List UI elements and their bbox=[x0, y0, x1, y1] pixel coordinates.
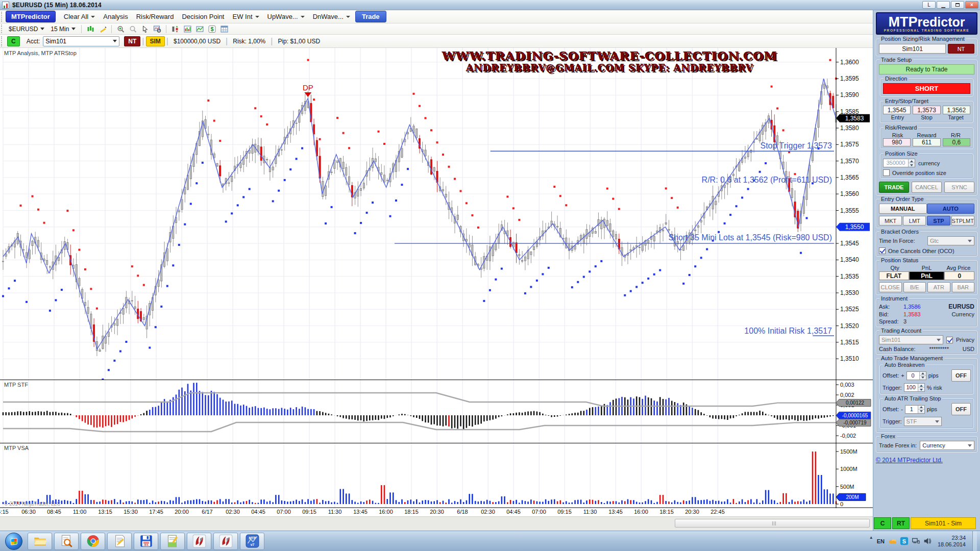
order-type-stplmt[interactable]: STPLMT bbox=[951, 216, 974, 226]
be-trigger-label: Trigger: bbox=[883, 385, 902, 391]
atr-button[interactable]: ATR bbox=[927, 282, 950, 292]
be-trigger-stepper[interactable]: 100 bbox=[904, 383, 925, 392]
taskbar-chrome-icon[interactable] bbox=[81, 533, 105, 550]
toolbar-grip[interactable] bbox=[1, 12, 4, 22]
cursor-icon[interactable] bbox=[140, 24, 150, 34]
trading-account-dropdown[interactable]: Sim101 bbox=[879, 335, 943, 344]
manual-toggle[interactable]: MANUAL bbox=[879, 204, 927, 214]
chart-toolbar: $EURUSD 15 Min $ bbox=[0, 23, 873, 35]
taskbar-backup-icon[interactable]: -64- bbox=[134, 533, 158, 550]
menu-item-decision-point[interactable]: Decision Point bbox=[178, 11, 228, 22]
chart-annotation: R/R: 0,6 at 1,3562 (Profit=611 USD) bbox=[702, 176, 832, 184]
data-grid-icon[interactable] bbox=[219, 24, 229, 34]
start-button[interactable] bbox=[5, 533, 22, 550]
chart-area[interactable]: MTP Analysis, MTP ATRStop WWW.TRADING-SO… bbox=[0, 48, 873, 516]
be-off-button[interactable]: OFF bbox=[951, 369, 971, 382]
atr-trigger-dropdown[interactable]: STF bbox=[904, 417, 942, 426]
maximize-button[interactable] bbox=[951, 1, 964, 9]
stf-panel[interactable]: 0,0030,0020,001-0,001-0,0020,00122-0,000… bbox=[0, 380, 873, 443]
taskbar-ninjatrader-icon[interactable] bbox=[187, 533, 211, 550]
rr-label: R/R bbox=[941, 132, 970, 138]
menu-item-upwave[interactable]: UpWave... bbox=[263, 11, 309, 22]
order-type-lmt[interactable]: LMT bbox=[903, 216, 926, 226]
mtpredictor-menu-button[interactable]: MTPredictor bbox=[6, 11, 56, 22]
horizontal-scrollbar[interactable] bbox=[675, 519, 870, 528]
tray-skype-icon[interactable]: S bbox=[900, 537, 909, 546]
chart-trader-icon[interactable] bbox=[170, 24, 180, 34]
account-dollar-icon[interactable]: $ bbox=[207, 24, 217, 34]
nt-badge[interactable]: NT bbox=[948, 44, 974, 54]
bar-button[interactable]: BAR bbox=[952, 282, 975, 292]
trade-forex-dropdown[interactable]: Currency bbox=[920, 441, 974, 450]
target-field[interactable]: 1,3562 bbox=[943, 106, 970, 114]
tray-expand-icon[interactable]: ▲ bbox=[869, 535, 873, 540]
symbol-selector[interactable]: $EURUSD bbox=[6, 25, 47, 33]
atr-offset-stepper[interactable]: 1 bbox=[905, 405, 925, 414]
window-link-button[interactable]: L bbox=[922, 1, 936, 9]
menu-item-clear-all[interactable]: Clear All bbox=[60, 11, 99, 22]
sync-button[interactable]: SYNC bbox=[944, 182, 974, 193]
account-dropdown[interactable]: Sim101 bbox=[43, 36, 119, 46]
zoom-in-icon[interactable] bbox=[115, 24, 126, 34]
taskbar-notes-icon[interactable] bbox=[160, 533, 185, 550]
chart-snapshot-icon[interactable] bbox=[194, 24, 205, 34]
be-offset-stepper[interactable]: 0 bbox=[906, 371, 926, 380]
sim-button[interactable]: SIM bbox=[146, 36, 165, 46]
toolbar-grip[interactable] bbox=[1, 36, 4, 46]
close-button[interactable]: × bbox=[965, 1, 978, 9]
language-indicator[interactable]: EN bbox=[877, 538, 885, 544]
taskbar-explorer-icon[interactable] bbox=[28, 533, 52, 550]
trade-forex-label: Trade Forex in: bbox=[879, 442, 917, 448]
menu-item-dnwave[interactable]: DnWave... bbox=[309, 11, 354, 22]
chart-zoom-icon[interactable] bbox=[152, 24, 162, 34]
chart-style-icon[interactable] bbox=[85, 24, 95, 34]
tray-network-icon[interactable] bbox=[912, 537, 920, 546]
privacy-checkbox[interactable] bbox=[946, 337, 953, 343]
trade-menu-button[interactable]: Trade bbox=[355, 11, 386, 22]
mtpredictor-copyright-link[interactable]: © 2014 MTPredictor Ltd. bbox=[876, 457, 943, 464]
clock[interactable]: 23:34 18.06.2014 bbox=[938, 535, 966, 548]
tray-cloud-icon[interactable] bbox=[888, 537, 897, 546]
position-size-stepper[interactable]: 350000 bbox=[883, 159, 915, 167]
taskbar-search-icon[interactable] bbox=[54, 533, 79, 550]
entry-field[interactable]: 1,3545 bbox=[883, 106, 911, 114]
order-type-mkt[interactable]: MKT bbox=[879, 216, 902, 226]
atr-off-button[interactable]: OFF bbox=[951, 403, 971, 415]
instrument-link-button[interactable]: C bbox=[7, 36, 20, 46]
svg-text:1,3590: 1,3590 bbox=[840, 91, 859, 98]
nt-button[interactable]: NT bbox=[124, 36, 140, 46]
taskbar-mtpredictor-icon[interactable]: MTPv7 bbox=[240, 533, 264, 550]
show-desktop-button[interactable] bbox=[972, 531, 977, 551]
time-axis-label: 13:45 bbox=[608, 509, 623, 515]
taskbar-notepad-icon[interactable] bbox=[107, 533, 132, 550]
menu-item-ew-int[interactable]: EW Int bbox=[228, 11, 263, 22]
order-type-stp[interactable]: STP bbox=[927, 216, 950, 226]
chart-window-icon[interactable] bbox=[182, 24, 192, 34]
minimize-button[interactable]: ▁ bbox=[937, 1, 950, 9]
price-panel[interactable]: Stop Trigger 1,3573R/R: 0,6 at 1,3562 (P… bbox=[0, 48, 873, 380]
stop-field[interactable]: 1,3573 bbox=[913, 106, 940, 114]
title-bar[interactable]: $EURUSD (15 Min) 18.06.2014 L ▁ × bbox=[0, 0, 980, 10]
zoom-out-icon[interactable] bbox=[128, 24, 138, 34]
override-checkbox[interactable] bbox=[883, 169, 890, 176]
menu-item-risk-reward[interactable]: Risk/Reward bbox=[132, 11, 178, 22]
position-size-group: Position Size 350000 currency Override p… bbox=[880, 154, 973, 179]
draw-tools-icon[interactable] bbox=[97, 24, 108, 34]
vsa-panel[interactable]: 1500M1000M500M0200M bbox=[0, 443, 873, 508]
avg-price-label: Avg Price bbox=[943, 265, 974, 271]
auto-toggle[interactable]: AUTO bbox=[927, 204, 975, 214]
acct-label: Acct: bbox=[21, 38, 40, 45]
oco-checkbox[interactable] bbox=[879, 247, 886, 254]
menu-item-analysis[interactable]: Analysis bbox=[99, 11, 132, 22]
close-button[interactable]: CLOSE bbox=[879, 282, 902, 292]
interval-selector[interactable]: 15 Min bbox=[47, 25, 79, 33]
tray-volume-icon[interactable] bbox=[923, 537, 932, 546]
be-button[interactable]: B/E bbox=[903, 282, 926, 292]
taskbar-ninjatrader-icon[interactable] bbox=[213, 533, 238, 550]
stop-label: Stop bbox=[912, 114, 941, 120]
tif-dropdown[interactable]: Gtc bbox=[927, 236, 974, 245]
cancel-button[interactable]: CANCEL bbox=[912, 182, 942, 193]
toolbar-grip[interactable] bbox=[1, 24, 4, 33]
trade-button[interactable]: TRADE bbox=[879, 182, 909, 193]
svg-text:1,3583: 1,3583 bbox=[845, 115, 864, 122]
